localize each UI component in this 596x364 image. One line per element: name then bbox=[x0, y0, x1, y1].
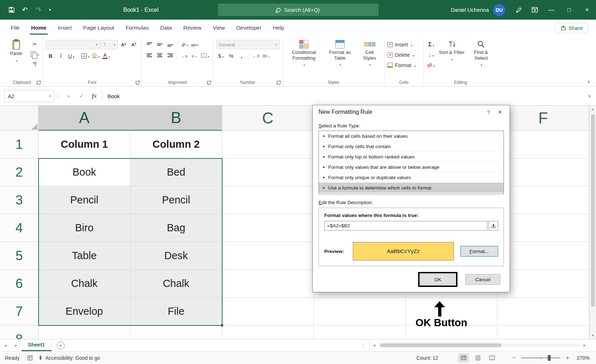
tab-data[interactable]: Data bbox=[154, 20, 177, 36]
cell-b3[interactable]: Pencil bbox=[130, 186, 222, 214]
find-select-button[interactable]: Find & Select bbox=[467, 38, 495, 69]
empty-cell[interactable] bbox=[497, 186, 589, 214]
row-header-3[interactable]: 3 bbox=[0, 186, 39, 214]
empty-cell[interactable] bbox=[222, 270, 314, 298]
sheet-tab-sheet1[interactable]: Sheet1 bbox=[21, 339, 52, 351]
cut-button[interactable]: ✂ bbox=[30, 40, 40, 49]
alignment-dialog-launcher[interactable] bbox=[207, 81, 211, 85]
ok-button[interactable]: OK bbox=[420, 274, 455, 285]
horizontal-scroll-track[interactable] bbox=[379, 343, 580, 347]
cell-a3[interactable]: Pencil bbox=[39, 186, 130, 214]
row-header-1[interactable]: 1 bbox=[0, 131, 39, 158]
horizontal-scrollbar[interactable]: ◄ ► bbox=[370, 339, 589, 351]
cell-a4[interactable]: Biro bbox=[39, 214, 130, 242]
tab-file[interactable]: File bbox=[5, 20, 25, 36]
scroll-down-icon[interactable]: ▼ bbox=[590, 332, 596, 339]
empty-cell[interactable] bbox=[314, 298, 406, 325]
more-dots-icon[interactable]: ⋮ bbox=[357, 343, 370, 348]
copy-button[interactable] bbox=[30, 50, 40, 59]
row-header-5[interactable]: 5 bbox=[0, 242, 39, 270]
expand-formula-bar-button[interactable]: ∨ bbox=[583, 87, 596, 105]
undo-button[interactable]: ↶ bbox=[19, 4, 31, 16]
empty-cell[interactable] bbox=[222, 158, 314, 186]
decrease-indent-button[interactable] bbox=[180, 51, 189, 60]
horizontal-scrollbar-thumb[interactable] bbox=[380, 343, 501, 347]
underline-button[interactable]: U bbox=[66, 51, 76, 60]
column-header-f[interactable]: F bbox=[497, 106, 589, 131]
cell-b4[interactable]: Bag bbox=[130, 214, 222, 242]
cell-a5[interactable]: Table bbox=[39, 242, 130, 270]
tab-view[interactable]: View bbox=[207, 20, 230, 36]
share-button[interactable]: Share bbox=[555, 23, 588, 33]
wrap-text-button[interactable] bbox=[190, 40, 200, 49]
empty-cell[interactable] bbox=[222, 298, 314, 325]
minimize-button[interactable]: — bbox=[542, 0, 560, 20]
rule-type-option-3[interactable]: Format only top or bottom ranked values bbox=[319, 152, 504, 162]
scroll-up-icon[interactable]: ▲ bbox=[590, 106, 596, 113]
formula-input[interactable] bbox=[324, 221, 487, 231]
close-button[interactable]: × bbox=[578, 0, 596, 20]
cell-a2-active[interactable]: Book bbox=[39, 158, 130, 186]
cell-b2[interactable]: Bed bbox=[130, 158, 222, 186]
scroll-left-icon[interactable]: ◄ bbox=[370, 343, 379, 347]
font-size-combo[interactable]: 7 bbox=[101, 40, 118, 49]
fill-button[interactable]: ↓ bbox=[426, 50, 436, 59]
page-layout-view-button[interactable] bbox=[472, 353, 483, 363]
dialog-close-button[interactable]: × bbox=[494, 108, 506, 116]
empty-cell[interactable] bbox=[130, 325, 222, 339]
tab-help[interactable]: Help bbox=[267, 20, 290, 36]
format-cells-button[interactable]: Format bbox=[387, 61, 420, 70]
cancel-entry-button[interactable]: × bbox=[62, 87, 75, 105]
macro-record-button[interactable] bbox=[25, 355, 35, 360]
empty-cell[interactable] bbox=[222, 214, 314, 242]
borders-button[interactable] bbox=[81, 51, 90, 60]
number-format-combo[interactable]: General bbox=[216, 40, 280, 49]
format-button[interactable]: Format... bbox=[460, 246, 498, 257]
align-center-button[interactable] bbox=[155, 51, 165, 60]
empty-cell[interactable] bbox=[222, 325, 314, 339]
rule-type-option-4[interactable]: Format only values that are above or bel… bbox=[319, 162, 504, 172]
italic-button[interactable]: I bbox=[56, 51, 66, 60]
delete-cells-button[interactable]: Delete bbox=[387, 50, 420, 59]
rule-type-option-6-selected[interactable]: Use a formula to determine which cells t… bbox=[319, 183, 504, 193]
new-sheet-button[interactable]: + bbox=[57, 342, 65, 349]
cell-b5[interactable]: Desk bbox=[130, 242, 222, 270]
name-box[interactable]: A2 bbox=[4, 90, 54, 102]
empty-cell[interactable] bbox=[497, 131, 589, 158]
merge-center-button[interactable] bbox=[200, 51, 210, 60]
cell-a6[interactable]: Chalk bbox=[39, 270, 130, 298]
cell-a1[interactable]: Column 1 bbox=[39, 131, 130, 158]
qat-customize-button[interactable]: ▾ bbox=[46, 4, 54, 16]
maximize-button[interactable]: □ bbox=[560, 0, 578, 20]
align-middle-button[interactable] bbox=[155, 40, 165, 49]
increase-indent-button[interactable] bbox=[190, 51, 200, 60]
empty-cell[interactable] bbox=[497, 214, 589, 242]
autosum-button[interactable]: Σ bbox=[426, 40, 436, 49]
decrease-font-size-button[interactable]: A▾ bbox=[129, 40, 139, 49]
search-box[interactable]: Search (Alt+Q) bbox=[218, 4, 379, 16]
tab-formulas[interactable]: Formulas bbox=[120, 20, 155, 36]
fill-color-button[interactable] bbox=[91, 51, 101, 60]
cell-b6[interactable]: Chalk bbox=[130, 270, 222, 298]
row-header-8[interactable]: 8 bbox=[0, 325, 39, 339]
row-header-7[interactable]: 7 bbox=[0, 298, 39, 325]
insert-cells-button[interactable]: Insert bbox=[387, 40, 420, 49]
redo-button[interactable]: ↷ bbox=[32, 4, 45, 16]
zoom-slider[interactable] bbox=[521, 358, 560, 358]
increase-decimal-button[interactable]: ←.0 bbox=[251, 51, 261, 60]
next-sheet-button[interactable]: ► bbox=[11, 339, 21, 351]
rule-type-option-5[interactable]: Format only unique or duplicate values bbox=[319, 172, 504, 183]
page-break-preview-button[interactable] bbox=[487, 353, 497, 363]
row-header-6[interactable]: 6 bbox=[0, 270, 39, 298]
format-painter-button[interactable] bbox=[30, 60, 40, 69]
tab-developer[interactable]: Developer bbox=[230, 20, 267, 36]
insert-function-button[interactable]: fx bbox=[88, 87, 101, 105]
empty-cell[interactable] bbox=[39, 325, 130, 339]
empty-cell[interactable] bbox=[222, 242, 314, 270]
conditional-formatting-button[interactable]: Conditional Formatting bbox=[286, 38, 322, 69]
orientation-button[interactable] bbox=[180, 40, 189, 49]
font-color-button[interactable]: A bbox=[101, 51, 111, 60]
increase-font-size-button[interactable]: A▴ bbox=[119, 40, 128, 49]
vertical-scrollbar-thumb[interactable] bbox=[591, 114, 595, 307]
empty-cell[interactable] bbox=[222, 186, 314, 214]
